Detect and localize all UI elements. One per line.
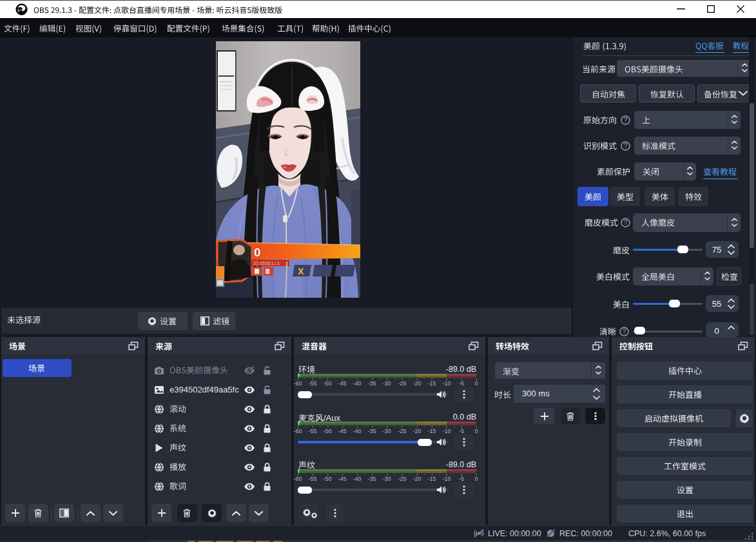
svg-text:?: ? [622, 328, 626, 335]
svg-text:?: ? [623, 219, 627, 226]
svg-text:?: ? [623, 142, 627, 150]
svg-text:2'1 03:02:1./.1: 2'1 03:02:1./.1 [253, 261, 280, 266]
svg-text:0: 0 [254, 246, 261, 259]
svg-text:?: ? [623, 117, 627, 124]
svg-text:X: X [298, 266, 304, 276]
